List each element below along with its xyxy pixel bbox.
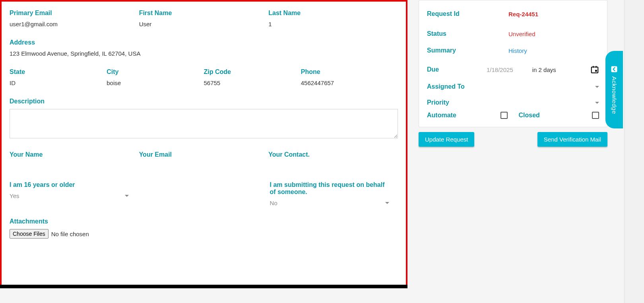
automate-checkbox[interactable] xyxy=(500,112,508,119)
your-name-group: Your Name xyxy=(10,151,139,162)
zip-label: Zip Code xyxy=(204,68,301,76)
acknowledge-tab[interactable]: Acknowledge xyxy=(605,51,623,128)
summary-link[interactable]: History xyxy=(487,47,599,54)
first-name-group: First Name User xyxy=(139,10,269,28)
file-chosen-status: No file chosen xyxy=(51,231,89,237)
on-behalf-label: I am submitting this request on behalf o… xyxy=(270,181,389,196)
request-id-value: Req-24451 xyxy=(487,11,599,17)
primary-email-value: user1@gmail.com xyxy=(10,21,58,27)
chevron-down-icon xyxy=(385,202,389,204)
calendar-icon[interactable] xyxy=(590,65,599,74)
age-confirm-group: I am 16 years or older Yes xyxy=(10,181,270,207)
chevron-down-icon xyxy=(595,102,599,104)
summary-label: Summary xyxy=(427,47,487,54)
due-label: Due xyxy=(427,66,487,73)
city-value: boise xyxy=(107,80,121,86)
description-label: Description xyxy=(10,98,398,105)
acknowledge-tab-label: Acknowledge xyxy=(611,76,618,114)
age-confirm-value: Yes xyxy=(10,192,19,199)
first-name-label: First Name xyxy=(139,10,269,17)
city-label: City xyxy=(107,68,204,76)
attachments-label: Attachments xyxy=(10,218,398,225)
request-id-label: Request Id xyxy=(427,10,487,17)
priority-label: Priority xyxy=(427,99,487,106)
send-verification-mail-button[interactable]: Send Verification Mail xyxy=(537,132,607,147)
on-behalf-value: No xyxy=(270,200,277,206)
status-label: Status xyxy=(427,30,487,37)
age-confirm-label: I am 16 years or older xyxy=(10,181,270,188)
status-value: Unverified xyxy=(487,31,599,37)
age-confirm-select[interactable]: Yes xyxy=(10,192,129,200)
your-email-label: Your Email xyxy=(139,151,269,158)
assigned-to-select[interactable]: Assigned To xyxy=(427,83,599,90)
phone-label: Phone xyxy=(301,68,398,76)
your-email-group: Your Email xyxy=(139,151,269,162)
phone-value: 4562447657 xyxy=(301,80,334,86)
svg-rect-2 xyxy=(596,66,597,68)
request-form-panel: Primary Email user1@gmail.com First Name… xyxy=(0,0,407,288)
chevron-down-icon xyxy=(125,195,129,197)
last-name-group: Last Name 1 xyxy=(268,10,398,28)
closed-label: Closed xyxy=(519,112,540,119)
last-name-label: Last Name xyxy=(268,10,398,17)
state-value: ID xyxy=(10,80,16,86)
due-relative-value: in 2 days xyxy=(532,66,556,73)
city-group: City boise xyxy=(107,68,204,87)
description-input[interactable] xyxy=(10,109,398,138)
request-sidebar: Request Id Req-24451 Status Unverified S… xyxy=(419,0,607,303)
address-value: 123 Elmwood Avenue, Springfield, IL 6270… xyxy=(10,50,140,57)
phone-group: Phone 4562447657 xyxy=(301,68,398,87)
state-label: State xyxy=(10,68,107,76)
primary-email-label: Primary Email xyxy=(10,10,139,17)
priority-select[interactable]: Priority xyxy=(427,99,599,106)
zip-group: Zip Code 56755 xyxy=(204,68,301,87)
scrollbar-track[interactable] xyxy=(624,0,644,303)
update-request-button[interactable]: Update Request xyxy=(419,132,474,147)
your-contact-group: Your Contact. xyxy=(268,151,398,162)
first-name-value: User xyxy=(139,21,152,27)
svg-rect-1 xyxy=(593,66,594,68)
automate-label: Automate xyxy=(427,112,456,119)
address-group: Address 123 Elmwood Avenue, Springfield,… xyxy=(10,39,398,57)
svg-rect-3 xyxy=(595,70,597,72)
last-name-value: 1 xyxy=(268,21,272,27)
due-date-value: 1/18/2025 xyxy=(487,66,513,73)
address-label: Address xyxy=(10,39,398,46)
on-behalf-select[interactable]: No xyxy=(270,200,389,207)
primary-email-group: Primary Email user1@gmail.com xyxy=(10,10,139,28)
closed-checkbox[interactable] xyxy=(592,112,599,119)
choose-files-button[interactable]: Choose Files xyxy=(10,229,48,239)
zip-value: 56755 xyxy=(204,80,221,86)
state-group: State ID xyxy=(10,68,107,87)
svg-rect-4 xyxy=(611,66,617,72)
your-name-label: Your Name xyxy=(10,151,139,158)
your-contact-label: Your Contact. xyxy=(268,151,398,158)
on-behalf-group: I am submitting this request on behalf o… xyxy=(270,181,398,207)
svg-rect-0 xyxy=(592,67,598,73)
chevron-down-icon xyxy=(595,86,599,88)
assigned-to-label: Assigned To xyxy=(427,83,487,90)
chevron-left-icon xyxy=(610,65,618,73)
